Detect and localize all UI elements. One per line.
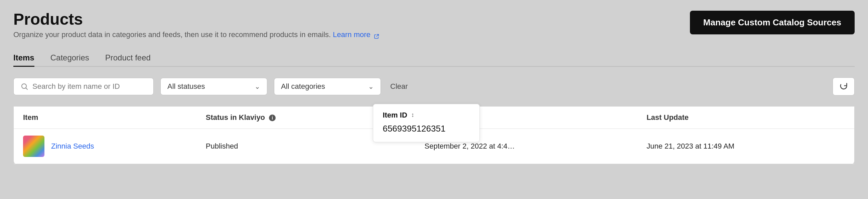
search-box [13, 78, 154, 95]
refresh-icon [839, 82, 848, 91]
search-input[interactable] [32, 82, 147, 91]
header-left: Products Organize your product data in c… [13, 11, 379, 39]
page-title: Products [13, 11, 379, 28]
all-categories-label: All categories [281, 82, 325, 91]
all-statuses-dropdown[interactable]: All statuses ⌄ [160, 78, 267, 95]
sort-icon: ↕ [411, 111, 414, 119]
tabs-row: Items Categories Product feed [13, 50, 855, 67]
item-cell: Zinnia Seeds [23, 136, 187, 157]
clear-button[interactable]: Clear [388, 81, 411, 92]
th-item: Item [14, 106, 196, 129]
refresh-button[interactable] [833, 77, 855, 96]
statuses-chevron-icon: ⌄ [255, 82, 260, 91]
popup-item-id-label: Item ID [382, 111, 407, 120]
table-header-row: Item Status in Klaviyo i Item ID ↕ [14, 106, 854, 129]
tab-categories[interactable]: Categories [51, 50, 89, 67]
page-container: Products Organize your product data in c… [0, 0, 868, 199]
status-info-icon: i [269, 114, 276, 121]
all-statuses-label: All statuses [167, 82, 205, 91]
th-item-id: Item ID ↕ 6569395126351 [377, 106, 415, 129]
tab-product-feed[interactable]: Product feed [105, 50, 151, 67]
item-thumbnail [23, 136, 44, 157]
filters-row: All statuses ⌄ All categories ⌄ Clear [13, 77, 855, 96]
search-icon [20, 82, 28, 91]
header-subtitle: Organize your product data in categories… [13, 30, 379, 39]
item-id-popup: Item ID ↕ 6569395126351 [373, 104, 480, 142]
table-container: Item Status in Klaviyo i Item ID ↕ [13, 106, 855, 164]
all-categories-dropdown[interactable]: All categories ⌄ [274, 78, 381, 95]
th-last-update: Last Update [637, 106, 854, 129]
products-table: Item Status in Klaviyo i Item ID ↕ [14, 106, 854, 164]
th-status: Status in Klaviyo i [196, 106, 377, 129]
subtitle-text: Organize your product data in categories… [13, 30, 331, 39]
tab-items[interactable]: Items [13, 50, 34, 67]
external-link-icon [374, 32, 379, 38]
td-last-update: June 21, 2023 at 11:49 AM [637, 129, 854, 164]
td-status: Published [196, 129, 377, 164]
td-item: Zinnia Seeds [14, 129, 196, 164]
item-name-link[interactable]: Zinnia Seeds [51, 142, 94, 151]
learn-more-link[interactable]: Learn more [333, 30, 379, 39]
popup-item-id-value: 6569395126351 [382, 124, 470, 134]
categories-chevron-icon: ⌄ [368, 82, 374, 91]
header-row: Products Organize your product data in c… [13, 11, 855, 39]
manage-custom-catalog-sources-button[interactable]: Manage Custom Catalog Sources [690, 11, 855, 34]
